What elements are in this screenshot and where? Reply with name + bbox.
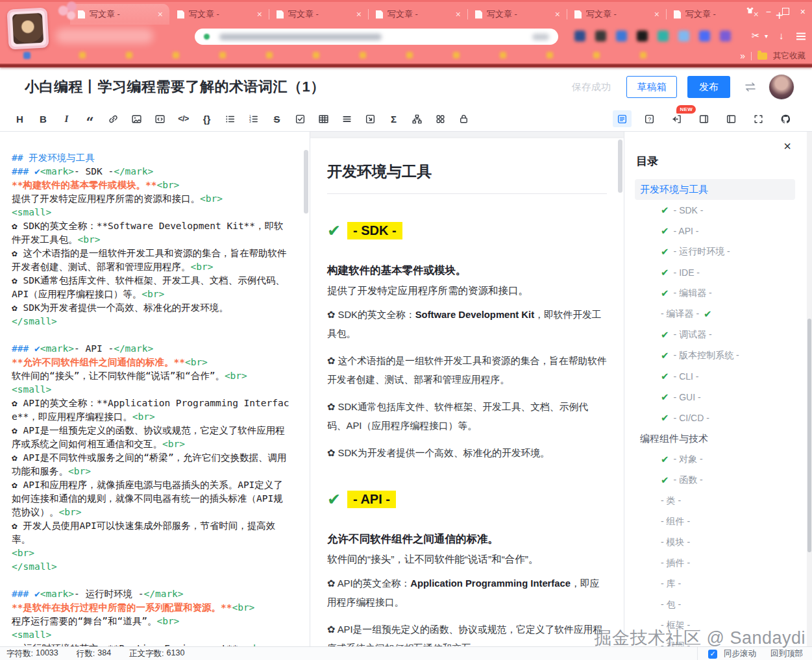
bookmark-folder-icon[interactable] [360,52,366,58]
menu-icon[interactable] [796,32,806,43]
source-line[interactable]: **是软件在执行过程中所需的一系列配置和资源。**<br> [12,601,290,615]
back-to-top-button[interactable]: 回到顶部 [770,648,803,659]
toc-item[interactable]: ✔- 运行时环境 - [635,241,795,262]
toc-item[interactable]: - 组件 - [635,511,795,532]
markdown-source-pane[interactable]: ## 开发环境与工具### ✔<mark>- SDK -</mark>**构建软… [0,132,310,646]
toc-item[interactable]: - 类 - [635,491,795,511]
source-line[interactable]: ## 开发环境与工具 [12,151,290,165]
scissors-caret-icon[interactable]: ▾ [765,32,768,40]
source-line[interactable]: ✿ API的英文全称：**Application Programming Int… [12,397,290,424]
page-scrollbar[interactable] [807,132,812,646]
source-line[interactable]: ✿ API和应用程序，就像插座电源与电器插头的关系。API定义了如何连接和通信的… [12,478,290,519]
extension-icon[interactable] [678,31,689,42]
source-line[interactable]: <small> [12,383,290,397]
bookmark-item-blurred[interactable] [23,52,31,59]
bookmark-folder-icon[interactable] [126,52,132,58]
fullscreen-icon[interactable] [749,110,768,127]
source-line[interactable]: ✿ SDK通常包括库文件、软件框架、开发工具、文档、示例代码、API（应用程序编… [12,274,290,301]
address-bar[interactable] [195,29,558,45]
download-icon[interactable]: ↓ [779,30,784,41]
blockquote-icon[interactable]: “ [80,108,99,130]
tab-close-icon[interactable]: × [156,9,164,19]
toc-item[interactable]: ✔- IDE - [635,262,795,283]
extension-icon[interactable] [595,31,606,42]
toc-item[interactable]: ✔- API - [635,221,795,241]
source-line[interactable] [12,328,290,342]
source-lines[interactable]: ## 开发环境与工具### ✔<mark>- SDK -</mark>**构建软… [12,151,290,646]
bookmark-folder-icon[interactable] [219,52,226,58]
maximize-button[interactable] [782,8,789,15]
sync-swap-icon[interactable] [743,82,757,92]
tab-close-icon[interactable]: × [256,9,264,19]
insert-block-icon[interactable] [361,110,380,127]
bullet-list-icon[interactable] [221,110,240,127]
ordered-list-icon[interactable]: 123 [244,110,263,127]
link-icon[interactable] [104,110,123,127]
align-icon[interactable] [338,110,356,127]
user-avatar[interactable] [769,75,794,99]
bold-icon[interactable]: B [34,110,53,127]
toc-item[interactable]: 编程组件与技术 [635,428,795,449]
browser-tab[interactable]: 写文章 -× [269,4,368,25]
bookmark-folder-icon[interactable] [547,52,553,58]
toc-item[interactable]: ✔- SDK - [635,200,795,221]
panel-left-icon[interactable] [722,110,741,127]
browser-tab[interactable]: 写文章 -× [169,4,269,25]
close-window-button[interactable]: × [800,6,806,17]
source-line[interactable]: ✿ API是不同软件或服务之间的“桥梁”，允许它们交换数据、调用功能和服务。<b… [12,451,290,478]
bookmark-folder-icon[interactable] [640,52,646,58]
toc-item[interactable]: ✔- 编辑器 - [635,283,795,304]
bookmark-folder-icon[interactable] [593,52,600,58]
source-line[interactable]: **构建软件的基本零件或模块。**<br> [12,178,290,192]
toc-item[interactable]: 开发环境与工具 [635,179,795,200]
grid-view-icon[interactable] [431,110,450,127]
toc-close-icon[interactable]: × [783,140,791,153]
toc-item[interactable]: ✔- 调试器 - [635,324,795,345]
screenshot-scissors-icon[interactable]: ✂ [752,30,760,42]
toc-item[interactable]: ✔- 版本控制系统 - [635,345,795,366]
help-icon[interactable]: ? [640,110,659,127]
page-scrollbar-thumb[interactable] [807,319,811,552]
task-list-icon[interactable] [291,110,310,127]
toc-item[interactable]: ✔- 对象 - [635,449,795,470]
strikethrough-icon[interactable]: S [267,110,286,127]
extension-icon[interactable] [658,31,669,42]
publish-button[interactable]: 发布 [687,76,730,98]
outline-icon[interactable] [613,110,632,127]
source-line[interactable]: **允许不同软件组件之间通信的标准。**<br> [12,356,290,369]
toc-item[interactable]: - 插件 - [635,553,795,574]
toc-item[interactable]: ✔- CLI - [635,366,795,387]
toc-item[interactable]: - 编译器 -✔ [635,304,795,324]
extension-icon[interactable] [720,31,731,42]
source-line[interactable]: ### ✔<mark>- 运行时环境 -</mark> [12,587,290,601]
source-line[interactable]: ✿ SDK为开发者提供一个高效、标准化的开发环境。 [12,301,290,315]
minimize-button[interactable]: − [766,6,771,17]
source-line[interactable]: ✿ 这个术语指的是一组软件开发工具和资源的集合，旨在帮助软件开发者创建、测试、部… [12,247,290,274]
toc-item[interactable]: - 视图 - [635,636,795,646]
extension-icon[interactable] [574,31,585,42]
preview-scrollbar[interactable] [618,140,622,193]
bookmark-folder-icon[interactable] [266,52,273,58]
toc-item[interactable]: ✔- CI/CD - [635,408,795,428]
tab-close-icon[interactable]: × [454,9,462,19]
panel-right-icon[interactable] [695,110,713,127]
tab-close-icon[interactable]: × [653,9,661,19]
bookmark-folder-icon[interactable] [79,52,86,58]
toc-item[interactable]: - 框架 - [635,615,795,636]
image-icon[interactable] [127,110,146,127]
extension-icon[interactable] [616,31,627,42]
browser-tab[interactable]: 写文章 -× [70,4,169,25]
source-line[interactable]: <br> [12,546,290,560]
italic-icon[interactable]: I [57,110,76,127]
source-line[interactable]: ✿ SDK的英文全称：**Software Development Kit**，… [12,219,290,247]
import-icon[interactable]: NEW [667,110,686,127]
diagram-icon[interactable] [408,110,426,127]
browser-tab[interactable]: 写文章 -× [567,4,666,25]
source-line[interactable] [12,574,290,587]
toc-item[interactable]: ✔- 函数 - [635,470,795,491]
bookmark-folder-icon[interactable] [313,52,319,58]
source-line[interactable]: ✿ 开发人员使用API可以快速集成外部服务，节省时间，提高效率。 [12,519,290,546]
source-line[interactable]: ✿ 运行时环境的英文：**Runtime Environment**。<br> [12,642,290,646]
source-scrollbar[interactable] [304,150,308,214]
theme-button[interactable] [745,6,755,17]
